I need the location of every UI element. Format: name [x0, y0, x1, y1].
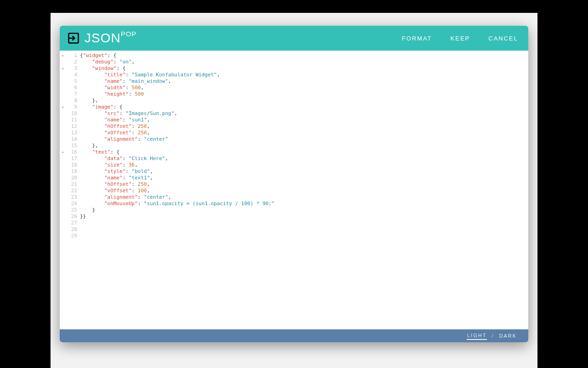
keep-button[interactable]: KEEP [451, 35, 470, 42]
line-number: 7 [60, 91, 77, 98]
line-number: 14 [60, 136, 77, 143]
code-line[interactable]: "size": 36, [80, 162, 528, 168]
code-line[interactable]: "name": "sun1", [80, 117, 528, 123]
theme-dark-button[interactable]: DARK [498, 332, 517, 339]
code-line[interactable]: }} [80, 213, 528, 220]
line-number: 2 [60, 59, 77, 65]
fold-toggle-icon[interactable]: ▾ [62, 149, 64, 155]
code-line[interactable]: "title": "Sample Konfabulator Widget", [80, 72, 528, 78]
line-number: 13 [60, 130, 77, 136]
line-number: 23 [60, 194, 77, 201]
code-line[interactable]: "image": { [80, 104, 528, 110]
app-window: JSON POP FORMAT KEEP CANCEL 1▾23▾456789▾… [60, 26, 528, 342]
line-number-gutter: 1▾23▾456789▾10111213141516▾1718192021222… [60, 52, 80, 329]
theme-light-button[interactable]: LIGHT [467, 332, 487, 340]
line-number: 1▾ [60, 52, 77, 59]
line-number: 22 [60, 188, 77, 194]
line-number: 9▾ [60, 104, 77, 110]
code-content[interactable]: {"widget": { "debug": "on", "window": { … [80, 52, 528, 329]
code-line[interactable]: "data": "Click Here", [80, 155, 528, 162]
code-line[interactable] [80, 233, 528, 239]
line-number: 11 [60, 117, 77, 123]
footer-bar: LIGHT / DARK [60, 329, 528, 342]
code-line[interactable]: "name": "main_window", [80, 78, 528, 85]
code-line[interactable]: "onMouseUp": "sun1.opacity = (sun1.opaci… [80, 201, 528, 207]
line-number: 27 [60, 220, 77, 226]
line-number: 17 [60, 155, 77, 162]
fold-toggle-icon[interactable]: ▾ [62, 52, 64, 59]
code-line[interactable]: "width": 500, [80, 85, 528, 91]
line-number: 4 [60, 72, 77, 78]
code-line[interactable]: {"widget": { [80, 52, 528, 59]
code-line[interactable]: "debug": "on", [80, 59, 528, 65]
code-line[interactable]: "height": 500 [80, 91, 528, 98]
line-number: 15 [60, 143, 77, 149]
code-line[interactable]: "alignment": "center", [80, 194, 528, 201]
line-number: 21 [60, 181, 77, 188]
code-line[interactable]: "name": "text1", [80, 175, 528, 181]
header-bar: JSON POP FORMAT KEEP CANCEL [60, 26, 528, 51]
code-line[interactable]: "text": { [80, 149, 528, 155]
code-line[interactable]: "src": "Images/Sun.png", [80, 110, 528, 117]
line-number: 24 [60, 201, 77, 207]
line-number: 12 [60, 123, 77, 130]
line-number: 29 [60, 233, 77, 239]
code-line[interactable]: "style": "bold", [80, 168, 528, 175]
logo-icon [67, 32, 80, 45]
code-line[interactable]: "hOffset": 250, [80, 181, 528, 188]
code-line[interactable]: } [80, 207, 528, 213]
code-line[interactable]: "vOffset": 100, [80, 188, 528, 194]
line-number: 5 [60, 78, 77, 85]
code-line[interactable]: "window": { [80, 65, 528, 72]
line-number: 18 [60, 162, 77, 168]
brand-suffix: POP [121, 30, 137, 38]
code-line[interactable] [80, 226, 528, 233]
fold-toggle-icon[interactable]: ▾ [62, 104, 64, 110]
brand-name: JSON [85, 31, 121, 46]
code-line[interactable]: "vOffset": 250, [80, 130, 528, 136]
code-line[interactable]: "alignment": "center" [80, 136, 528, 143]
code-editor[interactable]: 1▾23▾456789▾10111213141516▾1718192021222… [60, 51, 528, 329]
code-line[interactable]: "hOffset": 250, [80, 123, 528, 130]
line-number: 3▾ [60, 65, 77, 72]
code-line[interactable]: }, [80, 98, 528, 104]
line-number: 16▾ [60, 149, 77, 155]
theme-separator: / [492, 333, 494, 339]
code-line[interactable]: }, [80, 143, 528, 149]
format-button[interactable]: FORMAT [402, 35, 432, 42]
fold-toggle-icon[interactable]: ▾ [62, 65, 64, 72]
line-number: 6 [60, 85, 77, 91]
line-number: 20 [60, 175, 77, 181]
line-number: 26 [60, 213, 77, 220]
code-line[interactable] [80, 220, 528, 226]
cancel-button[interactable]: CANCEL [488, 35, 518, 42]
line-number: 19 [60, 168, 77, 175]
line-number: 25 [60, 207, 77, 213]
line-number: 28 [60, 226, 77, 233]
line-number: 10 [60, 110, 77, 117]
line-number: 8 [60, 98, 77, 104]
